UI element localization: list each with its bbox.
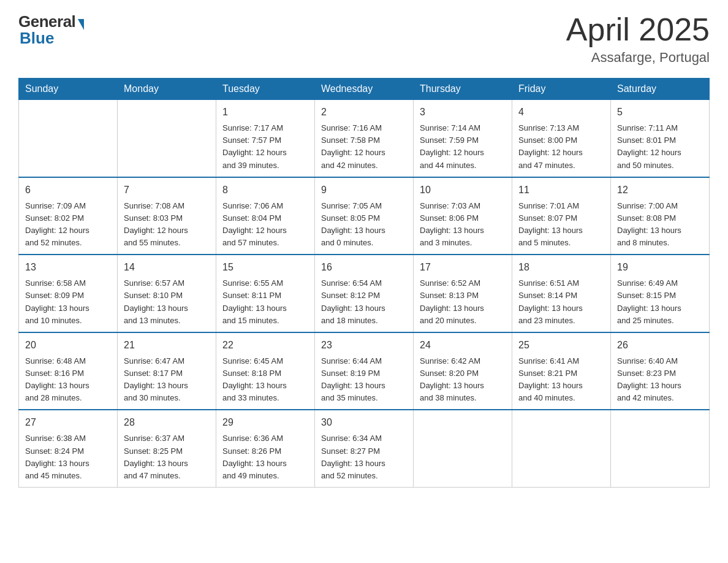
- title-section: April 2025 Assafarge, Portugal: [566, 12, 710, 66]
- calendar-cell: 28Sunrise: 6:37 AM Sunset: 8:25 PM Dayli…: [118, 410, 216, 487]
- calendar-cell: 6Sunrise: 7:09 AM Sunset: 8:02 PM Daylig…: [19, 177, 118, 255]
- day-info: Sunrise: 7:01 AM Sunset: 8:07 PM Dayligh…: [518, 200, 604, 250]
- calendar-body: 1Sunrise: 7:17 AM Sunset: 7:57 PM Daylig…: [19, 100, 710, 488]
- day-info: Sunrise: 6:36 AM Sunset: 8:26 PM Dayligh…: [222, 432, 308, 482]
- calendar-cell: 13Sunrise: 6:58 AM Sunset: 8:09 PM Dayli…: [19, 255, 118, 332]
- day-info: Sunrise: 7:13 AM Sunset: 8:00 PM Dayligh…: [518, 122, 604, 172]
- day-number: 3: [420, 105, 506, 120]
- week-row-1: 6Sunrise: 7:09 AM Sunset: 8:02 PM Daylig…: [19, 177, 710, 255]
- calendar-cell: 3Sunrise: 7:14 AM Sunset: 7:59 PM Daylig…: [414, 100, 512, 177]
- week-row-0: 1Sunrise: 7:17 AM Sunset: 7:57 PM Daylig…: [19, 100, 710, 177]
- day-number: 11: [518, 183, 604, 197]
- day-info: Sunrise: 6:37 AM Sunset: 8:25 PM Dayligh…: [124, 432, 210, 482]
- day-number: 26: [617, 338, 703, 353]
- day-info: Sunrise: 6:57 AM Sunset: 8:10 PM Dayligh…: [124, 277, 210, 327]
- day-info: Sunrise: 6:47 AM Sunset: 8:17 PM Dayligh…: [124, 355, 210, 405]
- day-number: 15: [222, 260, 308, 275]
- day-info: Sunrise: 6:38 AM Sunset: 8:24 PM Dayligh…: [25, 432, 111, 482]
- calendar-cell: [19, 100, 118, 177]
- calendar-cell: 4Sunrise: 7:13 AM Sunset: 8:00 PM Daylig…: [512, 100, 611, 177]
- header-row: SundayMondayTuesdayWednesdayThursdayFrid…: [19, 79, 710, 100]
- day-number: 1: [222, 105, 308, 120]
- calendar-cell: 24Sunrise: 6:42 AM Sunset: 8:20 PM Dayli…: [414, 332, 512, 410]
- calendar-cell: 8Sunrise: 7:06 AM Sunset: 8:04 PM Daylig…: [216, 177, 315, 255]
- day-number: 28: [124, 415, 210, 430]
- calendar-cell: 11Sunrise: 7:01 AM Sunset: 8:07 PM Dayli…: [512, 177, 611, 255]
- day-info: Sunrise: 7:17 AM Sunset: 7:57 PM Dayligh…: [222, 122, 308, 172]
- logo: General Blue: [18, 12, 84, 48]
- day-info: Sunrise: 6:58 AM Sunset: 8:09 PM Dayligh…: [25, 277, 111, 327]
- logo-arrow-icon: [78, 19, 84, 30]
- day-info: Sunrise: 7:00 AM Sunset: 8:08 PM Dayligh…: [617, 200, 703, 250]
- calendar-cell: 20Sunrise: 6:48 AM Sunset: 8:16 PM Dayli…: [19, 332, 118, 410]
- day-number: 25: [518, 338, 604, 353]
- day-info: Sunrise: 7:16 AM Sunset: 7:58 PM Dayligh…: [321, 122, 407, 172]
- day-number: 4: [518, 105, 604, 120]
- day-number: 21: [124, 338, 210, 353]
- calendar-cell: 19Sunrise: 6:49 AM Sunset: 8:15 PM Dayli…: [611, 255, 710, 332]
- header-cell-tuesday: Tuesday: [216, 79, 315, 100]
- day-number: 19: [617, 260, 703, 275]
- calendar-cell: 9Sunrise: 7:05 AM Sunset: 8:05 PM Daylig…: [315, 177, 414, 255]
- day-number: 24: [420, 338, 506, 353]
- page-title: April 2025: [566, 12, 710, 47]
- day-number: 14: [124, 260, 210, 275]
- day-number: 7: [124, 183, 210, 197]
- day-info: Sunrise: 6:48 AM Sunset: 8:16 PM Dayligh…: [25, 355, 111, 405]
- calendar-table: SundayMondayTuesdayWednesdayThursdayFrid…: [18, 78, 710, 488]
- day-number: 30: [321, 415, 407, 430]
- week-row-2: 13Sunrise: 6:58 AM Sunset: 8:09 PM Dayli…: [19, 255, 710, 332]
- calendar-cell: 16Sunrise: 6:54 AM Sunset: 8:12 PM Dayli…: [315, 255, 414, 332]
- day-info: Sunrise: 6:55 AM Sunset: 8:11 PM Dayligh…: [222, 277, 308, 327]
- day-info: Sunrise: 7:06 AM Sunset: 8:04 PM Dayligh…: [222, 200, 308, 250]
- calendar-cell: 2Sunrise: 7:16 AM Sunset: 7:58 PM Daylig…: [315, 100, 414, 177]
- header-cell-wednesday: Wednesday: [315, 79, 414, 100]
- calendar-cell: 18Sunrise: 6:51 AM Sunset: 8:14 PM Dayli…: [512, 255, 611, 332]
- calendar-cell: [414, 410, 512, 487]
- header-cell-saturday: Saturday: [611, 79, 710, 100]
- day-number: 6: [25, 183, 111, 197]
- day-info: Sunrise: 7:11 AM Sunset: 8:01 PM Dayligh…: [617, 122, 703, 172]
- calendar-cell: 7Sunrise: 7:08 AM Sunset: 8:03 PM Daylig…: [118, 177, 216, 255]
- page-subtitle: Assafarge, Portugal: [566, 50, 710, 66]
- day-number: 29: [222, 415, 308, 430]
- calendar-header: SundayMondayTuesdayWednesdayThursdayFrid…: [19, 79, 710, 100]
- calendar-cell: 29Sunrise: 6:36 AM Sunset: 8:26 PM Dayli…: [216, 410, 315, 487]
- calendar-cell: 10Sunrise: 7:03 AM Sunset: 8:06 PM Dayli…: [414, 177, 512, 255]
- day-number: 9: [321, 183, 407, 197]
- day-info: Sunrise: 7:05 AM Sunset: 8:05 PM Dayligh…: [321, 200, 407, 250]
- calendar-cell: 1Sunrise: 7:17 AM Sunset: 7:57 PM Daylig…: [216, 100, 315, 177]
- calendar-cell: 14Sunrise: 6:57 AM Sunset: 8:10 PM Dayli…: [118, 255, 216, 332]
- calendar-cell: 17Sunrise: 6:52 AM Sunset: 8:13 PM Dayli…: [414, 255, 512, 332]
- day-info: Sunrise: 6:51 AM Sunset: 8:14 PM Dayligh…: [518, 277, 604, 327]
- day-number: 5: [617, 105, 703, 120]
- day-number: 10: [420, 183, 506, 197]
- calendar-cell: 12Sunrise: 7:00 AM Sunset: 8:08 PM Dayli…: [611, 177, 710, 255]
- page-header: General Blue April 2025 Assafarge, Portu…: [18, 12, 710, 66]
- week-row-3: 20Sunrise: 6:48 AM Sunset: 8:16 PM Dayli…: [19, 332, 710, 410]
- day-number: 16: [321, 260, 407, 275]
- day-number: 2: [321, 105, 407, 120]
- day-info: Sunrise: 7:08 AM Sunset: 8:03 PM Dayligh…: [124, 200, 210, 250]
- calendar-cell: 30Sunrise: 6:34 AM Sunset: 8:27 PM Dayli…: [315, 410, 414, 487]
- day-number: 18: [518, 260, 604, 275]
- day-info: Sunrise: 6:49 AM Sunset: 8:15 PM Dayligh…: [617, 277, 703, 327]
- day-info: Sunrise: 7:09 AM Sunset: 8:02 PM Dayligh…: [25, 200, 111, 250]
- day-number: 23: [321, 338, 407, 353]
- day-number: 20: [25, 338, 111, 353]
- header-cell-sunday: Sunday: [19, 79, 118, 100]
- calendar-cell: 15Sunrise: 6:55 AM Sunset: 8:11 PM Dayli…: [216, 255, 315, 332]
- day-info: Sunrise: 6:41 AM Sunset: 8:21 PM Dayligh…: [518, 355, 604, 405]
- day-info: Sunrise: 6:45 AM Sunset: 8:18 PM Dayligh…: [222, 355, 308, 405]
- header-cell-friday: Friday: [512, 79, 611, 100]
- calendar-cell: 27Sunrise: 6:38 AM Sunset: 8:24 PM Dayli…: [19, 410, 118, 487]
- day-number: 12: [617, 183, 703, 197]
- calendar-cell: 21Sunrise: 6:47 AM Sunset: 8:17 PM Dayli…: [118, 332, 216, 410]
- calendar-cell: [611, 410, 710, 487]
- calendar-cell: [512, 410, 611, 487]
- calendar-cell: 5Sunrise: 7:11 AM Sunset: 8:01 PM Daylig…: [611, 100, 710, 177]
- calendar-cell: 26Sunrise: 6:40 AM Sunset: 8:23 PM Dayli…: [611, 332, 710, 410]
- calendar-cell: 22Sunrise: 6:45 AM Sunset: 8:18 PM Dayli…: [216, 332, 315, 410]
- day-info: Sunrise: 7:03 AM Sunset: 8:06 PM Dayligh…: [420, 200, 506, 250]
- header-cell-thursday: Thursday: [414, 79, 512, 100]
